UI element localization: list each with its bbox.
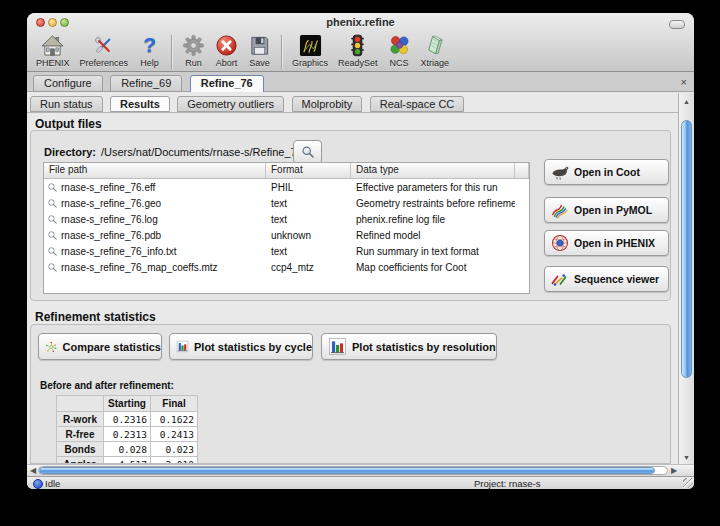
stats-corner-cell — [57, 396, 104, 412]
toolbar-label: NCS — [390, 58, 409, 68]
subtab-real-space-cc[interactable]: Real-space CC — [370, 96, 465, 112]
tab-refine-76[interactable]: Refine_76 — [190, 75, 264, 93]
subtab-geometry-outliers[interactable]: Geometry outliers — [177, 96, 284, 112]
magnifier-icon — [47, 246, 58, 257]
file-row[interactable]: rnase-s_refine_76_map_coeffs.mtz ccp4_mt… — [44, 259, 529, 275]
toolbar-button-readyset[interactable]: ReadySet — [333, 34, 383, 68]
file-format: text — [266, 214, 351, 225]
horizontal-scrollbar-thumb[interactable] — [39, 467, 655, 474]
title-bar[interactable]: phenix.refine — [27, 13, 694, 33]
scroll-up-icon[interactable]: ▲ — [679, 98, 694, 105]
before-after-table: Starting Final R-work 0.2316 0.1622 R-fr… — [56, 395, 198, 464]
refinement-statistics-heading: Refinement statistics — [35, 310, 156, 324]
toolbar-label: ReadySet — [338, 58, 378, 68]
tab-configure[interactable]: Configure — [33, 75, 103, 92]
toolbar: PHENIX Preferences ? Help — [31, 34, 454, 71]
file-row[interactable]: rnase-s_refine_76.eff PHIL Effective par… — [44, 179, 529, 195]
horizontal-scrollbar-track[interactable] — [38, 466, 668, 475]
scroll-left-icon[interactable]: ◀ — [30, 465, 36, 476]
column-header-spare — [515, 163, 529, 178]
scroll-down-icon[interactable]: ▼ — [679, 454, 694, 461]
traffic-light-icon — [346, 34, 369, 57]
status-text: Idle — [45, 478, 60, 489]
column-header-file-path[interactable]: File path — [44, 163, 266, 178]
column-header-format[interactable]: Format — [266, 163, 351, 178]
window-chrome: phenix.refine PHENIX — [27, 13, 694, 72]
subtab-divider — [27, 112, 678, 113]
stat-value: 0.2316 — [104, 412, 151, 427]
browse-directory-button[interactable] — [293, 140, 322, 164]
stat-value: 0.023 — [151, 442, 198, 457]
toolbar-button-xtriage[interactable]: Xtriage — [416, 34, 455, 68]
file-format: text — [266, 198, 351, 209]
open-in-pymol-button[interactable]: Open in PyMOL — [544, 197, 669, 223]
toolbar-label: Save — [249, 58, 270, 68]
status-indicator-icon — [33, 479, 43, 489]
file-format: ccp4_mtz — [266, 262, 351, 273]
file-path: rnase-s_refine_76.eff — [61, 182, 155, 193]
scroll-right-icon[interactable]: ▶ — [671, 465, 677, 476]
file-row[interactable]: rnase-s_refine_76.pdb unknown Refined mo… — [44, 227, 529, 243]
stats-row-r-free: R-free 0.2313 0.2413 — [57, 427, 198, 442]
horizontal-scrollbar[interactable]: ◀ ▶ — [27, 464, 694, 476]
toolbar-button-save[interactable]: Save — [243, 34, 276, 68]
vertical-scrollbar[interactable]: ▲ ▼ — [678, 93, 694, 464]
button-label: Plot statistics by cycle — [194, 341, 312, 353]
pymol-icon — [550, 200, 570, 220]
sequence-viewer-button[interactable]: Sequence viewer — [544, 266, 669, 292]
subtab-molprobity[interactable]: Molprobity — [292, 96, 363, 112]
toolbar-button-help[interactable]: ? Help — [133, 34, 166, 68]
search-icon — [301, 145, 315, 159]
resize-grip[interactable] — [683, 478, 693, 488]
toolbar-button-ncs[interactable]: NCS — [383, 34, 416, 68]
directory-label: Directory: — [44, 146, 96, 158]
abort-icon — [215, 34, 238, 57]
tab-close-icon[interactable]: × — [681, 75, 687, 89]
directory-value: /Users/nat/Documents/rnase-s/Refine_76 — [101, 146, 303, 158]
file-data-type: Effective parameters for this run — [351, 182, 515, 193]
window-title: phenix.refine — [27, 16, 694, 28]
files-table-header[interactable]: File path Format Data type — [44, 163, 529, 179]
toolbar-label: PHENIX — [36, 58, 70, 68]
magnifier-icon — [47, 182, 58, 193]
network-graph-icon — [45, 337, 58, 357]
plot-statistics-by-cycle-button[interactable]: Plot statistics by cycle — [169, 333, 313, 360]
button-label: Open in PyMOL — [574, 204, 652, 216]
tab-refine-69[interactable]: Refine_69 — [110, 75, 182, 92]
open-in-phenix-button[interactable]: Open in PHENIX — [544, 230, 669, 256]
stat-value: 0.2413 — [151, 427, 198, 442]
toolbar-button-run[interactable]: Run — [177, 34, 210, 68]
toolbar-label: Preferences — [80, 58, 129, 68]
toolbar-button-abort[interactable]: Abort — [210, 34, 243, 68]
plot-statistics-by-resolution-button[interactable]: Plot statistics by resolution — [321, 333, 497, 360]
column-header-data-type[interactable]: Data type — [351, 163, 515, 178]
file-row[interactable]: rnase-s_refine_76_info.txt text Run summ… — [44, 243, 529, 259]
toolbar-label: Abort — [216, 58, 238, 68]
toolbar-button-preferences[interactable]: Preferences — [75, 34, 134, 68]
button-label: Sequence viewer — [574, 273, 659, 285]
magnifier-icon — [47, 198, 58, 209]
subtab-results[interactable]: Results — [110, 96, 170, 112]
toolbar-button-phenix[interactable]: PHENIX — [31, 34, 75, 68]
gear-icon — [182, 34, 205, 57]
stat-value: 0.028 — [104, 442, 151, 457]
subtab-run-status[interactable]: Run status — [30, 96, 103, 112]
results-page: Run status Results Geometry outliers Mol… — [27, 92, 694, 464]
file-path: rnase-s_refine_76.log — [61, 214, 158, 225]
compare-statistics-button[interactable]: Compare statistics — [38, 333, 162, 360]
file-path: rnase-s_refine_76.geo — [61, 198, 161, 209]
house-icon — [41, 34, 64, 57]
button-label: Open in Coot — [574, 166, 640, 178]
open-in-coot-button[interactable]: Open in Coot — [544, 159, 669, 185]
file-row[interactable]: rnase-s_refine_76.log text phenix.refine… — [44, 211, 529, 227]
file-row[interactable]: rnase-s_refine_76.geo text Geometry rest… — [44, 195, 529, 211]
vertical-scrollbar-thumb[interactable] — [681, 120, 692, 378]
file-format: PHIL — [266, 182, 351, 193]
toolbar-button-graphics[interactable]: Graphics — [287, 34, 333, 68]
output-files-groupbox: Directory: /Users/nat/Documents/rnase-s/… — [30, 130, 671, 301]
file-format: unknown — [266, 230, 351, 241]
coot-bird-icon — [550, 163, 570, 181]
toolbar-label: Run — [185, 58, 202, 68]
toolbar-toggle-pill[interactable] — [669, 20, 685, 29]
file-data-type: Run summary in text format — [351, 246, 515, 257]
